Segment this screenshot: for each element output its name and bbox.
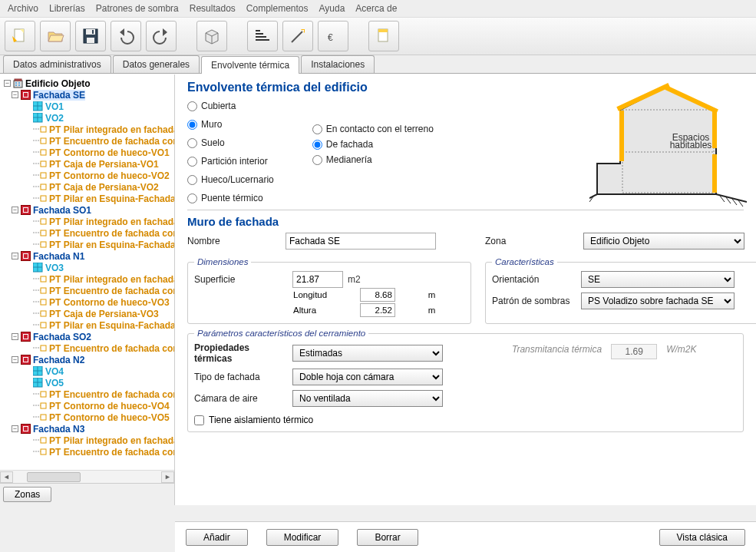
tree-expand-icon[interactable]: − (12, 425, 18, 432)
tree-horizontal-scrollbar[interactable]: ◄ ► (0, 470, 174, 483)
radio-cubierta[interactable]: Cubierta (187, 101, 274, 111)
subradio-de-fachada[interactable]: De fachada (312, 139, 434, 150)
tree-row[interactable]: PT Caja de Persiana-VO3 (2, 308, 173, 319)
borrar-button[interactable]: Borrar (357, 529, 418, 546)
subradio-medianería[interactable]: Medianería (312, 154, 434, 165)
tree-row[interactable]: PT Encuentro de fachada con (2, 135, 173, 147)
save-file-button[interactable] (75, 21, 106, 51)
tipo-fachada-select[interactable]: Doble hoja con cámara (292, 369, 443, 385)
tab-datos-administrativos[interactable]: Datos administrativos (3, 55, 111, 73)
anadir-button[interactable]: Añadir (186, 529, 248, 546)
tree-row[interactable]: VO2 (2, 112, 173, 124)
scroll-thumb[interactable] (27, 472, 81, 482)
menu-patrones-de-sombra[interactable]: Patrones de sombra (96, 3, 179, 14)
aislamiento-checkbox[interactable] (194, 415, 204, 425)
menu-librerías[interactable]: Librerías (49, 3, 85, 14)
scroll-left-arrow[interactable]: ◄ (0, 471, 13, 483)
menu-archivo[interactable]: Archivo (8, 3, 38, 14)
radio-hueco-lucernario[interactable]: Hueco/Lucernario (187, 174, 274, 185)
tree-row[interactable]: PT Contorno de hueco-VO4 (2, 400, 173, 412)
radio-partición-interior[interactable]: Partición interior (187, 156, 274, 167)
tree-expand-icon[interactable]: − (12, 356, 18, 363)
tree-row[interactable]: PT Contorno de hueco-VO5 (2, 412, 173, 423)
tree-row[interactable]: PT Contorno de hueco-VO2 (2, 170, 173, 181)
tree-row[interactable]: PT Pilar en Esquina-Fachada (2, 193, 173, 204)
patron-select[interactable]: PS Voladizo sobre fachada SE (581, 293, 735, 309)
scroll-track[interactable] (13, 471, 161, 483)
tree-row[interactable]: −Fachada N1 (2, 250, 173, 262)
tree-row[interactable]: −Fachada SO2 (2, 331, 173, 342)
radio-muro[interactable]: Muro (187, 119, 274, 130)
tree-row[interactable]: −Fachada N3 (2, 423, 173, 435)
report-button[interactable] (368, 21, 399, 51)
tree-row[interactable]: PT Pilar en Esquina-Fachada (2, 239, 173, 250)
radio-input[interactable] (187, 101, 197, 111)
tree-row[interactable]: PT Caja de Persiana-VO1 (2, 158, 173, 170)
menu-complementos[interactable]: Complementos (246, 3, 309, 14)
tree-row[interactable]: PT Contorno de hueco-VO3 (2, 296, 173, 308)
tree-row[interactable]: PT Caja de Persiana-VO2 (2, 181, 173, 193)
rating-button[interactable] (247, 21, 278, 51)
vista-clasica-button[interactable]: Vista clásica (659, 529, 745, 546)
radio-input[interactable] (312, 124, 322, 134)
cost-button[interactable]: € (318, 21, 348, 51)
tree-row[interactable]: −Fachada N2 (2, 354, 173, 365)
orientacion-select[interactable]: SE (581, 271, 735, 288)
nombre-input[interactable] (286, 233, 436, 250)
altura-input[interactable] (360, 303, 395, 317)
tree-expand-icon[interactable]: − (12, 91, 18, 98)
tree-row[interactable]: PT Encuentro de fachada con (2, 446, 173, 458)
tree-row[interactable]: −Fachada SO1 (2, 204, 173, 216)
tree-row[interactable]: −Fachada SE (2, 89, 173, 101)
radio-input[interactable] (312, 140, 322, 150)
tree-row[interactable]: PT Pilar en Esquina-Fachada (2, 319, 173, 331)
modificar-button[interactable]: Modificar (266, 529, 339, 546)
tree-expand-icon[interactable]: − (12, 253, 18, 259)
tree-expand-icon[interactable]: − (12, 333, 18, 340)
tree-row[interactable]: PT Pilar integrado en fachada (2, 273, 173, 285)
tree-expand-icon[interactable]: − (4, 80, 11, 87)
radio-input[interactable] (187, 138, 197, 148)
radio-suelo[interactable]: Suelo (187, 137, 274, 148)
tree-row[interactable]: PT Pilar integrado en fachada (2, 435, 173, 446)
tree-row[interactable]: PT Encuentro de fachada con (2, 227, 173, 239)
menu-resultados[interactable]: Resultados (190, 3, 236, 14)
navigation-tree[interactable]: −Edificio Objeto−Fachada SEVO1VO2PT Pila… (0, 74, 174, 470)
longitud-input[interactable] (360, 288, 395, 302)
library-button[interactable] (196, 21, 227, 51)
tree-row[interactable]: VO5 (2, 377, 173, 388)
tree-row[interactable]: PT Pilar integrado en fachada (2, 216, 173, 227)
tree-row[interactable]: PT Encuentro de fachada con (2, 388, 173, 400)
tree-row[interactable]: PT Pilar integrado en fachada (2, 124, 173, 135)
tree-row[interactable]: −Edificio Objeto (2, 78, 173, 89)
radio-input[interactable] (187, 193, 197, 203)
undo-button[interactable] (111, 21, 141, 51)
radio-puente-térmico[interactable]: Puente térmico (187, 193, 274, 203)
radio-input[interactable] (187, 120, 197, 130)
radio-input[interactable] (187, 175, 197, 185)
zonas-button[interactable]: Zonas (3, 487, 51, 502)
zona-select[interactable]: Edificio Objeto (583, 233, 744, 250)
menu-acerca-de[interactable]: Acerca de (355, 3, 397, 14)
tree-row[interactable]: PT Encuentro de fachada con (2, 285, 173, 296)
open-file-button[interactable] (40, 21, 71, 51)
tab-instalaciones[interactable]: Instalaciones (301, 55, 375, 73)
measures-button[interactable] (282, 21, 313, 51)
tree-row[interactable]: VO4 (2, 365, 173, 377)
tree-row[interactable]: VO1 (2, 101, 173, 112)
redo-button[interactable] (146, 21, 177, 51)
tree-row[interactable]: VO3 (2, 262, 173, 273)
tab-envolvente-térmica[interactable]: Envolvente térmica (201, 56, 299, 74)
tree-row[interactable]: PT Contorno de hueco-VO1 (2, 147, 173, 158)
tab-datos-generales[interactable]: Datos generales (113, 55, 200, 73)
subradio-en-contacto-con-el-terreno[interactable]: En contacto con el terreno (312, 124, 434, 134)
radio-input[interactable] (312, 155, 322, 165)
superficie-input[interactable] (292, 271, 343, 288)
tree-row[interactable]: PT Encuentro de fachada con (2, 342, 173, 354)
menu-ayuda[interactable]: Ayuda (319, 3, 345, 14)
scroll-right-arrow[interactable]: ► (161, 471, 174, 483)
tree-expand-icon[interactable]: − (12, 207, 18, 213)
prop-termicas-select[interactable]: Estimadas (292, 345, 443, 362)
new-file-button[interactable] (5, 21, 35, 51)
radio-input[interactable] (187, 157, 197, 167)
